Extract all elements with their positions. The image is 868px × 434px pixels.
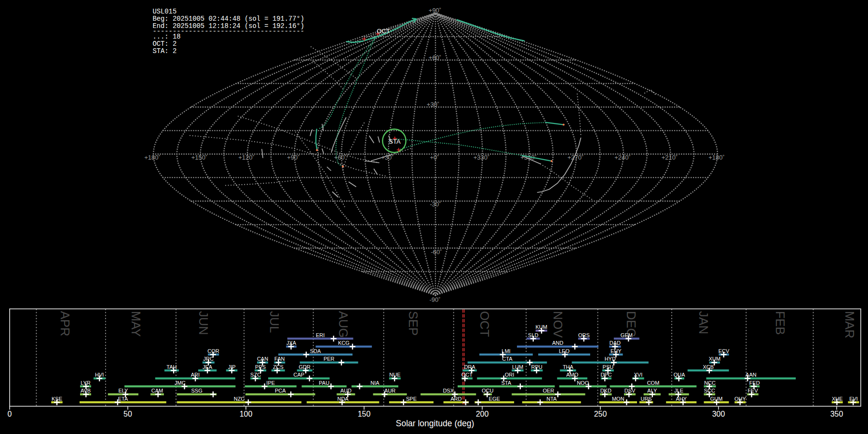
svg-text:HYD: HYD bbox=[605, 356, 616, 362]
svg-text:IPE: IPE bbox=[266, 380, 275, 386]
svg-text:ORS: ORS bbox=[578, 332, 590, 338]
svg-text:JUN: JUN bbox=[197, 311, 210, 335]
svg-text:+180˚: +180˚ bbox=[708, 154, 725, 161]
svg-text:AUD: AUD bbox=[340, 388, 352, 393]
svg-text:NOO: NOO bbox=[577, 380, 589, 386]
svg-text:OCU: OCU bbox=[482, 388, 494, 393]
svg-text:AHY: AHY bbox=[676, 396, 687, 402]
svg-text:AUR: AUR bbox=[384, 388, 395, 393]
svg-text:PPS: PPS bbox=[255, 364, 266, 370]
svg-text:+60˚: +60˚ bbox=[429, 54, 441, 61]
svg-text:350: 350 bbox=[830, 410, 843, 418]
svg-text:KSE: KSE bbox=[52, 396, 62, 402]
svg-text:DSV: DSV bbox=[624, 388, 636, 393]
svg-text:EVI: EVI bbox=[849, 396, 858, 402]
svg-text:+240˚: +240˚ bbox=[614, 154, 631, 161]
svg-text:STA: 2: STA: 2 bbox=[153, 48, 177, 55]
svg-text:ETA: ETA bbox=[118, 396, 128, 402]
svg-text:+120˚: +120˚ bbox=[238, 154, 255, 161]
svg-text:MAR: MAR bbox=[843, 311, 856, 339]
svg-text:MON: MON bbox=[612, 396, 624, 402]
svg-text:JIP: JIP bbox=[228, 364, 236, 370]
svg-text:LYR: LYR bbox=[81, 380, 91, 386]
svg-text:OCT: OCT bbox=[461, 372, 473, 378]
svg-text:FEV: FEV bbox=[747, 388, 758, 393]
svg-text:+90˚: +90˚ bbox=[429, 7, 441, 14]
svg-text:CAN: CAN bbox=[257, 356, 268, 362]
svg-text:ARD: ARD bbox=[450, 396, 461, 402]
svg-text:ELY: ELY bbox=[118, 388, 128, 393]
svg-text:CAM: CAM bbox=[151, 388, 163, 393]
svg-text:-30˚: -30˚ bbox=[430, 201, 441, 208]
svg-text:NUE: NUE bbox=[389, 372, 400, 378]
svg-text:+330˚: +330˚ bbox=[474, 154, 490, 161]
svg-text:COR: COR bbox=[207, 348, 219, 354]
svg-text:APR: APR bbox=[58, 311, 72, 336]
svg-text:+210˚: +210˚ bbox=[662, 154, 678, 161]
svg-text:MAY: MAY bbox=[129, 311, 143, 337]
svg-text:OHY: OHY bbox=[734, 396, 746, 402]
svg-text:GUM: GUM bbox=[710, 396, 723, 402]
svg-text:OER: OER bbox=[542, 388, 554, 393]
svg-text:250: 250 bbox=[594, 410, 607, 418]
svg-text:PSU: PSU bbox=[603, 364, 614, 370]
svg-text:Beg: 20251005 02:44:48 (sol =: Beg: 20251005 02:44:48 (sol = 191.77°) bbox=[153, 15, 305, 23]
svg-text:XUM: XUM bbox=[709, 356, 720, 362]
svg-text:FEB: FEB bbox=[773, 311, 787, 335]
svg-text:JMC: JMC bbox=[175, 380, 186, 386]
svg-text:RPU: RPU bbox=[531, 364, 542, 370]
svg-text:SLD: SLD bbox=[528, 332, 538, 338]
svg-text:PAU: PAU bbox=[319, 380, 329, 386]
svg-text:STA: STA bbox=[501, 380, 511, 386]
svg-text:JXA: JXA bbox=[286, 340, 297, 346]
svg-text:EHY: EHY bbox=[610, 348, 622, 354]
svg-text:LUM: LUM bbox=[512, 364, 523, 370]
svg-text:JUL: JUL bbox=[268, 311, 281, 333]
svg-text:DKD: DKD bbox=[600, 388, 611, 393]
svg-text:-60˚: -60˚ bbox=[431, 248, 442, 256]
svg-text:+90˚: +90˚ bbox=[287, 154, 299, 161]
svg-text:HVI: HVI bbox=[95, 372, 104, 378]
svg-text:DPC: DPC bbox=[600, 372, 611, 378]
svg-text:CTA: CTA bbox=[502, 356, 513, 362]
svg-text:USL015: USL015 bbox=[153, 8, 177, 15]
svg-text:XHE: XHE bbox=[832, 396, 843, 402]
svg-text:NOV: NOV bbox=[551, 311, 565, 338]
svg-text:ZCS: ZCS bbox=[273, 364, 284, 370]
svg-text:URS: URS bbox=[640, 396, 651, 402]
svg-text:-90˚: -90˚ bbox=[429, 296, 440, 303]
svg-text:200: 200 bbox=[476, 410, 489, 418]
svg-text:+30˚: +30˚ bbox=[427, 101, 439, 108]
svg-text:Solar longitude (deg): Solar longitude (deg) bbox=[396, 419, 474, 428]
svg-text:NZC: NZC bbox=[234, 396, 245, 402]
svg-text:NCC: NCC bbox=[704, 380, 716, 386]
svg-text:GDR: GDR bbox=[299, 364, 311, 370]
svg-text:AAN: AAN bbox=[746, 372, 757, 378]
svg-text:AMO: AMO bbox=[566, 372, 579, 378]
svg-text:THA: THA bbox=[563, 364, 574, 370]
svg-text:LEO: LEO bbox=[559, 348, 570, 354]
svg-text:KCG: KCG bbox=[338, 340, 350, 346]
svg-text:OCT: OCT bbox=[478, 311, 491, 337]
svg-text:ERI: ERI bbox=[316, 332, 325, 338]
svg-text:SDA: SDA bbox=[310, 348, 321, 354]
svg-text:SZC: SZC bbox=[250, 372, 261, 378]
svg-text:DRA: DRA bbox=[464, 364, 475, 370]
svg-text:ECV: ECV bbox=[719, 348, 730, 354]
svg-text:DSX: DSX bbox=[443, 388, 454, 393]
svg-text:300: 300 bbox=[712, 410, 725, 418]
svg-text:50: 50 bbox=[123, 410, 132, 418]
svg-text:PER: PER bbox=[324, 356, 335, 362]
svg-text:XCB: XCB bbox=[703, 364, 714, 370]
svg-text:SEP: SEP bbox=[407, 311, 420, 336]
svg-text:+180˚: +180˚ bbox=[144, 154, 161, 161]
svg-text:JAN: JAN bbox=[697, 311, 710, 334]
svg-text:XVI: XVI bbox=[634, 372, 643, 378]
svg-text:JLE: JLE bbox=[674, 388, 683, 393]
svg-text:EGE: EGE bbox=[489, 396, 500, 402]
svg-text:SSG: SSG bbox=[191, 388, 202, 393]
svg-text:KUM: KUM bbox=[535, 324, 547, 330]
svg-text:CAP: CAP bbox=[293, 372, 304, 378]
svg-text:JRC: JRC bbox=[203, 356, 214, 362]
svg-text:150: 150 bbox=[358, 410, 371, 418]
